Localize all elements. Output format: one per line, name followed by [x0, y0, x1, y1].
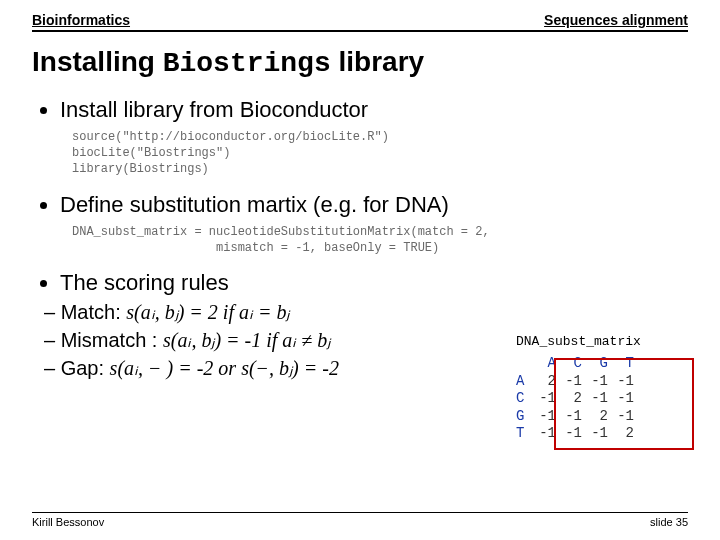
rule-match-eq: s(aᵢ, bⱼ) = 2 if aᵢ = bⱼ — [126, 301, 289, 323]
rule-mismatch: Mismatch : s(aᵢ, bⱼ) = -1 if aᵢ ≠ bⱼ — [44, 328, 512, 352]
code-install: source("http://bioconductor.org/biocLite… — [32, 125, 688, 186]
rule-gap-label: Gap: — [61, 357, 110, 379]
slide-footer: Kirill Bessonov slide 35 — [32, 512, 688, 528]
footer-slide-number: slide 35 — [650, 516, 688, 528]
matrix-var-name: DNA_subst_matrix — [516, 334, 696, 349]
footer-author: Kirill Bessonov — [32, 516, 104, 528]
matrix-header-row: ACGT — [516, 355, 696, 373]
rule-mismatch-eq: s(aᵢ, bⱼ) = -1 if aᵢ ≠ bⱼ — [163, 329, 330, 351]
header-left: Bioinformatics — [32, 12, 130, 28]
matrix-table: ACGT A2-1-1-1 C-12-1-1 G-1-12-1 T-1-1-12 — [516, 355, 696, 443]
substitution-matrix: DNA_subst_matrix ACGT A2-1-1-1 C-12-1-1 … — [516, 334, 696, 443]
matrix-row-A: A2-1-1-1 — [516, 373, 696, 391]
title-post: library — [331, 46, 424, 77]
rule-match: Match: s(aᵢ, bⱼ) = 2 if aᵢ = bⱼ — [44, 300, 512, 324]
matrix-row-T: T-1-1-12 — [516, 425, 696, 443]
rule-gap-eq: s(aᵢ, − ) = -2 or s(−, bⱼ) = -2 — [110, 357, 339, 379]
bullet-install: Install library from Bioconductor — [60, 97, 688, 123]
matrix-col-T: T — [608, 355, 634, 373]
rule-match-label: Match: — [61, 301, 127, 323]
bullet-scoring: The scoring rules — [60, 270, 688, 296]
matrix-col-A: A — [530, 355, 556, 373]
bullet-define-matrix: Define substitution martix (e.g. for DNA… — [60, 192, 688, 218]
matrix-row-G: G-1-12-1 — [516, 408, 696, 426]
matrix-row-C: C-12-1-1 — [516, 390, 696, 408]
header-right: Sequences alignment — [544, 12, 688, 28]
matrix-col-G: G — [582, 355, 608, 373]
title-pre: Installing — [32, 46, 163, 77]
title-mono: Biostrings — [163, 48, 331, 79]
slide-header: Bioinformatics Sequences alignment — [0, 0, 720, 28]
matrix-col-C: C — [556, 355, 582, 373]
footer-rule — [32, 512, 688, 513]
code-matrix: DNA_subst_matrix = nucleotideSubstitutio… — [32, 220, 688, 264]
rule-mismatch-label: Mismatch : — [61, 329, 163, 351]
rule-gap: Gap: s(aᵢ, − ) = -2 or s(−, bⱼ) = -2 — [44, 356, 512, 380]
slide-title: Installing Biostrings library — [0, 32, 720, 85]
